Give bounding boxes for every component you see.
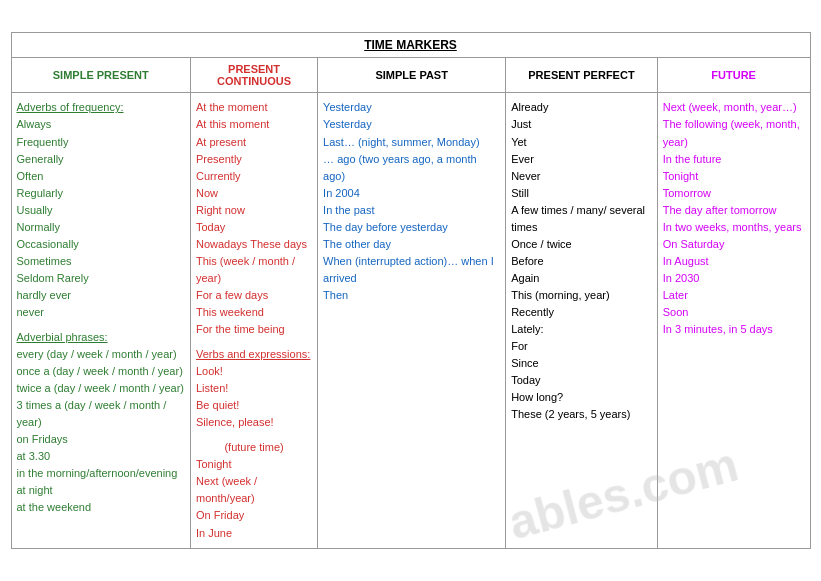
list-item: Recently	[511, 306, 554, 318]
list-item: … ago (two years ago, a month ago)	[323, 153, 476, 182]
list-item: Sometimes	[17, 255, 72, 267]
list-item: Yesterday	[323, 101, 372, 113]
phrases-section: Adverbial phrases: every (day / week / m…	[17, 329, 186, 517]
adverbs-label: Adverbs of frequency:	[17, 101, 124, 113]
header-simple-present: SIMPLE PRESENT	[11, 58, 191, 93]
list-item: When (interrupted action)… when I arrive…	[323, 255, 494, 284]
list-item: Already	[511, 101, 548, 113]
present-continuous-cell: At the momentAt this momentAt presentPre…	[191, 93, 318, 548]
list-item: Seldom Rarely	[17, 272, 89, 284]
list-item: 3 times a (day / week / month / year)	[17, 399, 167, 428]
list-item: Ever	[511, 153, 534, 165]
present-perfect-list: AlreadyJustYetEverNeverStillA few times …	[511, 99, 652, 423]
simple-past-list: YesterdayYesterdayLast… (night, summer, …	[323, 99, 500, 304]
list-item: On Friday	[196, 509, 244, 521]
simple-past-cell: YesterdayYesterdayLast… (night, summer, …	[318, 93, 506, 548]
pc-verbs-label: Verbs and expressions:	[196, 348, 310, 360]
list-item: For	[511, 340, 528, 352]
header-present-perfect: PRESENT PERFECT	[506, 58, 658, 93]
list-item: at the weekend	[17, 501, 92, 513]
adverbs-list: AlwaysFrequentlyGenerallyOftenRegularlyU…	[17, 116, 186, 321]
list-item: At this moment	[196, 118, 269, 130]
list-item: at 3.30	[17, 450, 51, 462]
list-item: Next (week, month, year…)	[663, 101, 797, 113]
list-item: Lately:	[511, 323, 543, 335]
list-item: Frequently	[17, 136, 69, 148]
list-item: Nowadays These days	[196, 238, 307, 250]
list-item: In June	[196, 527, 232, 539]
list-item: Soon	[663, 306, 689, 318]
phrases-label: Adverbial phrases:	[17, 331, 108, 343]
list-item: Still	[511, 187, 529, 199]
list-item: Now	[196, 187, 218, 199]
pc-verbs-section: Verbs and expressions: Look!Listen!Be qu…	[196, 346, 312, 431]
list-item: Currently	[196, 170, 241, 182]
header-row: SIMPLE PRESENT PRESENT CONTINUOUS SIMPLE…	[11, 58, 810, 93]
list-item: Next (week / month/year)	[196, 475, 257, 504]
list-item: This (morning, year)	[511, 289, 609, 301]
list-item: In 2030	[663, 272, 700, 284]
list-item: once a (day / week / month / year)	[17, 365, 183, 377]
title-row: TIME MARKERS	[11, 33, 810, 58]
list-item: Again	[511, 272, 539, 284]
list-item: Generally	[17, 153, 64, 165]
table-title: TIME MARKERS	[11, 33, 810, 58]
header-future: FUTURE	[657, 58, 810, 93]
pc-future-label-wrapper: (future time)	[196, 439, 312, 456]
list-item: Presently	[196, 153, 242, 165]
list-item: On Saturday	[663, 238, 725, 250]
list-item: In 3 minutes, in 5 days	[663, 323, 773, 335]
list-item: Normally	[17, 221, 60, 233]
list-item: Occasionally	[17, 238, 79, 250]
list-item: A few times / many/ several times	[511, 204, 645, 233]
list-item: In the future	[663, 153, 722, 165]
pc-main-list: At the momentAt this momentAt presentPre…	[196, 99, 312, 338]
list-item: In 2004	[323, 187, 360, 199]
list-item: Usually	[17, 204, 53, 216]
time-markers-table: TIME MARKERS SIMPLE PRESENT PRESENT CONT…	[11, 32, 811, 548]
list-item: in the morning/afternoon/evening	[17, 467, 178, 479]
simple-present-cell: Adverbs of frequency: AlwaysFrequentlyGe…	[11, 93, 191, 548]
list-item: How long?	[511, 391, 563, 403]
list-item: Silence, please!	[196, 416, 274, 428]
list-item: Yesterday	[323, 118, 372, 130]
list-item: Right now	[196, 204, 245, 216]
list-item: Look!	[196, 365, 223, 377]
future-cell: Next (week, month, year…)The following (…	[657, 93, 810, 548]
list-item: This weekend	[196, 306, 264, 318]
future-list: Next (week, month, year…)The following (…	[663, 99, 805, 338]
list-item: In the past	[323, 204, 374, 216]
list-item: Yet	[511, 136, 527, 148]
list-item: Later	[663, 289, 688, 301]
list-item: Then	[323, 289, 348, 301]
list-item: Regularly	[17, 187, 63, 199]
list-item: The following (week, month, year)	[663, 118, 800, 147]
list-item: Always	[17, 118, 52, 130]
list-item: Tonight	[196, 458, 231, 470]
list-item: The other day	[323, 238, 391, 250]
pc-future-list: TonightNext (week / month/year)On Friday…	[196, 456, 312, 541]
list-item: Often	[17, 170, 44, 182]
list-item: Listen!	[196, 382, 228, 394]
list-item: The day after tomorrow	[663, 204, 777, 216]
list-item: never	[17, 306, 45, 318]
list-item: Never	[511, 170, 540, 182]
phrases-list: every (day / week / month / year)once a …	[17, 346, 186, 516]
list-item: Last… (night, summer, Monday)	[323, 136, 480, 148]
list-item: In August	[663, 255, 709, 267]
content-row: Adverbs of frequency: AlwaysFrequentlyGe…	[11, 93, 810, 548]
list-item: At the moment	[196, 101, 268, 113]
list-item: At present	[196, 136, 246, 148]
list-item: This (week / month / year)	[196, 255, 295, 284]
header-present-continuous: PRESENT CONTINUOUS	[191, 58, 318, 93]
list-item: Just	[511, 118, 531, 130]
list-item: Since	[511, 357, 539, 369]
list-item: on Fridays	[17, 433, 68, 445]
list-item: at night	[17, 484, 53, 496]
list-item: Be quiet!	[196, 399, 239, 411]
header-simple-past: SIMPLE PAST	[318, 58, 506, 93]
list-item: Tomorrow	[663, 187, 711, 199]
list-item: Tonight	[663, 170, 698, 182]
list-item: Once / twice	[511, 238, 572, 250]
list-item: These (2 years, 5 years)	[511, 408, 630, 420]
